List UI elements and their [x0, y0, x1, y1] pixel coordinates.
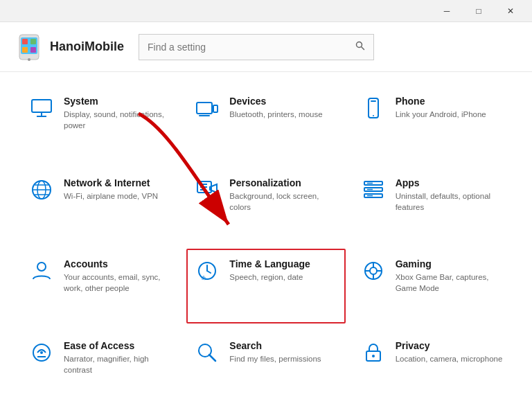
- item-desc-accounts: Your accounts, email, sync, work, other …: [64, 272, 171, 294]
- item-desc-privacy: Location, camera, microphone: [396, 353, 503, 364]
- svg-rect-3: [30, 39, 36, 44]
- item-text-gaming: Gaming Xbox Game Bar, captures, Game Mod…: [396, 258, 503, 294]
- item-text-network: Network & Internet Wi-Fi, airplane mode,…: [64, 177, 158, 202]
- item-desc-gaming: Xbox Game Bar, captures, Game Mode: [396, 272, 503, 294]
- icon-system: [29, 97, 54, 119]
- icon-timelang: [195, 260, 220, 282]
- item-title-network: Network & Internet: [64, 177, 158, 188]
- settings-item-gaming[interactable]: Gaming Xbox Game Bar, captures, Game Mod…: [353, 249, 511, 323]
- title-bar: ─ □ ✕: [0, 0, 532, 22]
- settings-item-ease[interactable]: Ease of Access Narrator, magnifier, high…: [21, 330, 179, 385]
- item-desc-apps: Uninstall, defaults, optional features: [396, 190, 503, 213]
- svg-line-8: [362, 47, 364, 50]
- settings-item-phone[interactable]: Phone Link your Android, iPhone: [353, 86, 511, 161]
- item-title-system: System: [64, 96, 171, 107]
- search-input[interactable]: [148, 42, 353, 53]
- item-desc-phone: Link your Android, iPhone: [396, 109, 486, 120]
- item-desc-personalization: Background, lock screen, colors: [229, 190, 337, 213]
- svg-point-6: [28, 58, 30, 61]
- header: HanoiMobile: [0, 22, 532, 72]
- settings-item-personalization[interactable]: Personalization Background, lock screen,…: [186, 168, 345, 242]
- svg-rect-2: [22, 39, 28, 44]
- item-text-timelang: Time & Language Speech, region, date: [229, 258, 310, 283]
- svg-rect-4: [22, 47, 28, 53]
- icon-devices: [195, 97, 220, 119]
- item-title-accounts: Accounts: [64, 258, 171, 269]
- search-bar[interactable]: [139, 34, 374, 60]
- settings-item-devices[interactable]: Devices Bluetooth, printers, mouse: [186, 86, 345, 161]
- settings-item-accounts[interactable]: Accounts Your accounts, email, sync, wor…: [21, 249, 179, 323]
- icon-search: [195, 342, 220, 364]
- item-title-apps: Apps: [396, 177, 503, 188]
- item-text-privacy: Privacy Location, camera, microphone: [396, 340, 503, 364]
- item-text-accounts: Accounts Your accounts, email, sync, wor…: [64, 258, 171, 294]
- item-desc-devices: Bluetooth, printers, mouse: [229, 109, 322, 120]
- settings-item-search[interactable]: Search Find my files, permissions: [186, 330, 345, 385]
- settings-grid: System Display, sound, notifications, po…: [0, 72, 532, 399]
- close-button[interactable]: ✕: [495, 0, 526, 22]
- item-desc-timelang: Speech, region, date: [229, 272, 310, 283]
- settings-item-network[interactable]: Network & Internet Wi-Fi, airplane mode,…: [21, 168, 179, 242]
- logo-area: HanoiMobile: [14, 32, 125, 62]
- item-text-search: Search Find my files, permissions: [229, 340, 321, 364]
- settings-item-system[interactable]: System Display, sound, notifications, po…: [21, 86, 179, 161]
- item-title-devices: Devices: [229, 96, 322, 107]
- icon-phone: [361, 97, 386, 119]
- icon-accounts: [29, 260, 54, 282]
- settings-window: ─ □ ✕ HanoiMobile: [0, 0, 532, 399]
- item-title-timelang: Time & Language: [229, 258, 310, 269]
- item-text-apps: Apps Uninstall, defaults, optional featu…: [396, 177, 503, 213]
- logo-text: HanoiMobile: [50, 39, 124, 54]
- icon-gaming: [361, 260, 386, 282]
- search-icon: [355, 41, 365, 53]
- item-desc-system: Display, sound, notifications, power: [64, 109, 171, 131]
- minimize-button[interactable]: ─: [431, 0, 463, 22]
- item-desc-network: Wi-Fi, airplane mode, VPN: [64, 190, 158, 202]
- settings-item-apps[interactable]: Apps Uninstall, defaults, optional featu…: [353, 168, 511, 242]
- logo-icon: [14, 32, 44, 62]
- item-title-gaming: Gaming: [396, 258, 503, 269]
- settings-item-timelang[interactable]: Time & Language Speech, region, date: [186, 249, 345, 323]
- settings-item-privacy[interactable]: Privacy Location, camera, microphone: [353, 330, 511, 385]
- item-text-ease: Ease of Access Narrator, magnifier, high…: [64, 340, 171, 375]
- item-title-privacy: Privacy: [396, 340, 503, 351]
- icon-privacy: [361, 342, 386, 364]
- item-title-search: Search: [229, 340, 321, 351]
- icon-personalization: [195, 179, 220, 201]
- item-text-system: System Display, sound, notifications, po…: [64, 96, 171, 131]
- item-desc-ease: Narrator, magnifier, high contrast: [64, 353, 171, 375]
- item-text-personalization: Personalization Background, lock screen,…: [229, 177, 337, 213]
- icon-apps: [361, 179, 386, 201]
- icon-ease: [29, 342, 54, 364]
- item-text-phone: Phone Link your Android, iPhone: [396, 96, 486, 120]
- maximize-button[interactable]: □: [463, 0, 495, 22]
- item-title-ease: Ease of Access: [64, 340, 171, 351]
- icon-network: [29, 179, 54, 201]
- item-title-personalization: Personalization: [229, 177, 337, 188]
- item-text-devices: Devices Bluetooth, printers, mouse: [229, 96, 322, 120]
- item-desc-search: Find my files, permissions: [229, 353, 321, 364]
- item-title-phone: Phone: [396, 96, 486, 107]
- svg-rect-5: [30, 47, 36, 53]
